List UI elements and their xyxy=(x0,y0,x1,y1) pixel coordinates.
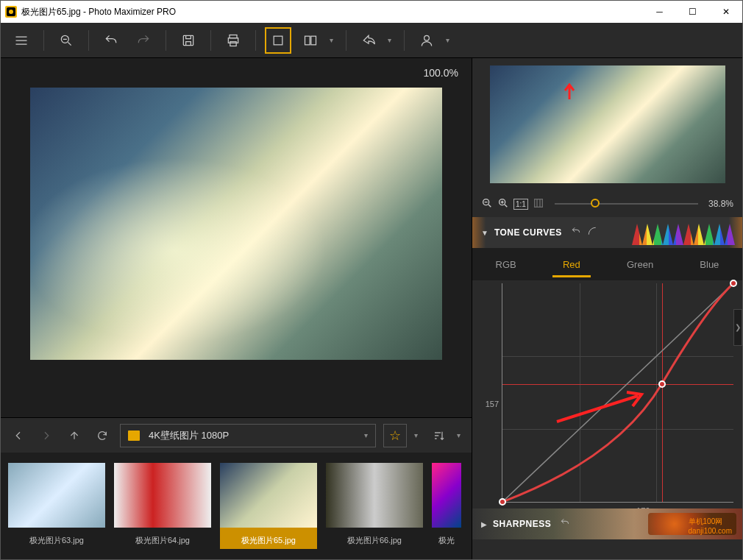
thumbnail[interactable]: 极光图片63.jpg xyxy=(8,463,105,549)
folder-name: 4K壁纸图片 1080P xyxy=(149,429,229,442)
view-dropdown-icon[interactable]: ▾ xyxy=(330,36,337,44)
up-button[interactable] xyxy=(64,425,85,446)
zoom-in-icon[interactable] xyxy=(497,197,509,211)
curve-y-value: 157 xyxy=(486,400,499,408)
curve-point[interactable] xyxy=(499,498,506,506)
preview-image[interactable] xyxy=(490,65,725,183)
svg-rect-3 xyxy=(183,35,193,45)
preview-zoom-controls: 1:1 38.8% xyxy=(472,191,742,217)
svg-point-10 xyxy=(424,35,430,40)
annotation-arrow-icon xyxy=(562,83,577,99)
zoom-slider[interactable] xyxy=(555,203,698,205)
expand-icon: ▶ xyxy=(481,520,487,528)
main-toolbar: ▾ ▾ ▾ xyxy=(1,23,742,58)
panel-expand-handle[interactable]: ❯ xyxy=(733,309,742,346)
svg-rect-8 xyxy=(305,36,310,45)
sharpness-header[interactable]: ▶ SHARPNESS 单机100网danji100.com xyxy=(472,508,742,539)
main-image[interactable] xyxy=(30,88,442,360)
thumbnail[interactable]: 极光 xyxy=(432,463,461,549)
back-button[interactable] xyxy=(8,425,29,446)
close-button[interactable]: ✕ xyxy=(709,1,742,23)
folder-icon xyxy=(128,430,140,441)
curve-editor[interactable]: 157 176 xyxy=(472,280,742,508)
preview-area xyxy=(472,58,742,191)
curve-point-active[interactable] xyxy=(658,380,666,388)
zoom-fit-icon[interactable] xyxy=(533,197,544,211)
compare-view-button[interactable] xyxy=(297,27,324,54)
app-icon xyxy=(5,6,17,18)
collapse-icon: ▼ xyxy=(481,229,488,237)
sort-button[interactable] xyxy=(429,425,449,446)
maximize-button[interactable]: ☐ xyxy=(676,1,709,23)
undo-button[interactable] xyxy=(98,27,124,54)
undo-curve-icon[interactable] xyxy=(568,226,581,238)
panel-title: TONE CURVES xyxy=(494,227,562,238)
curve-point[interactable] xyxy=(730,280,737,287)
menu-button[interactable] xyxy=(8,27,35,54)
preview-zoom-value: 38.8% xyxy=(708,199,733,209)
window-title: 极光图片65.jpg - Photo Maximizer PRO xyxy=(21,6,643,18)
zoom-100-icon[interactable]: 1:1 xyxy=(513,199,528,210)
file-browser-bar: 4K壁纸图片 1080P ▾ ☆ ▾ ▾ xyxy=(1,417,472,453)
folder-path[interactable]: 4K壁纸图片 1080P ▾ xyxy=(120,424,376,447)
thumbnail[interactable]: 极光图片66.jpg xyxy=(326,463,423,549)
sort-dropdown-icon[interactable]: ▾ xyxy=(457,431,464,439)
zoom-level: 100.0% xyxy=(424,67,458,79)
thumbnail[interactable]: 极光图片64.jpg xyxy=(114,463,211,549)
undo-sharp-icon[interactable] xyxy=(557,517,570,530)
canvas-area[interactable]: 100.0% xyxy=(1,58,472,417)
svg-rect-13 xyxy=(535,199,543,207)
watermark: 单机100网danji100.com xyxy=(689,517,732,535)
tab-rgb[interactable]: RGB xyxy=(490,252,522,277)
user-dropdown-icon[interactable]: ▾ xyxy=(446,36,453,44)
tab-red[interactable]: Red xyxy=(557,252,586,277)
panel-title: SHARPNESS xyxy=(493,519,551,529)
share-button[interactable] xyxy=(355,27,382,54)
reset-curve-icon[interactable] xyxy=(584,226,597,238)
svg-point-1 xyxy=(9,10,13,14)
tab-green[interactable]: Green xyxy=(621,252,659,277)
thumbnail-strip: 极光图片63.jpg 极光图片64.jpg 极光图片65.jpg 极光图片66.… xyxy=(1,453,472,559)
zoom-out-icon[interactable] xyxy=(481,197,493,211)
favorite-dropdown-icon[interactable]: ▾ xyxy=(414,431,422,439)
zoom-slider-knob[interactable] xyxy=(591,199,600,208)
curve-channel-tabs: RGB Red Green Blue xyxy=(472,248,742,280)
svg-rect-7 xyxy=(274,36,282,45)
single-view-button[interactable] xyxy=(265,27,291,54)
user-button[interactable] xyxy=(413,27,440,54)
annotation-arrow-icon xyxy=(553,389,649,425)
favorite-button[interactable]: ☆ xyxy=(383,424,407,447)
svg-rect-6 xyxy=(230,41,236,46)
titlebar: 极光图片65.jpg - Photo Maximizer PRO ─ ☐ ✕ xyxy=(1,1,742,23)
zoom-fit-button[interactable] xyxy=(53,27,79,54)
share-dropdown-icon[interactable]: ▾ xyxy=(388,36,395,44)
print-button[interactable] xyxy=(220,27,246,54)
tab-blue[interactable]: Blue xyxy=(694,252,725,277)
forward-button[interactable] xyxy=(36,425,57,446)
svg-rect-9 xyxy=(311,36,316,45)
refresh-button[interactable] xyxy=(92,425,113,446)
minimize-button[interactable]: ─ xyxy=(643,1,676,23)
save-button[interactable] xyxy=(175,27,202,54)
tone-curves-header[interactable]: ▼ TONE CURVES xyxy=(472,217,742,248)
thumbnail-selected[interactable]: 极光图片65.jpg xyxy=(220,463,317,549)
redo-button[interactable] xyxy=(130,27,157,54)
